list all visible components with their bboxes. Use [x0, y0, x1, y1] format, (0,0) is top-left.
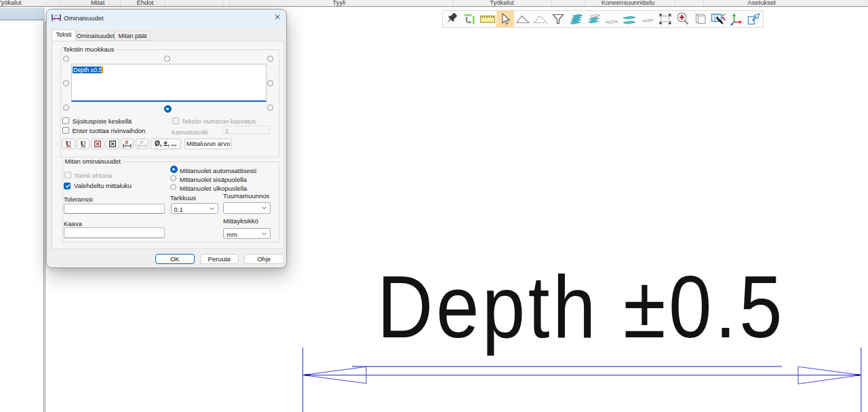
svg-text:#: # [140, 140, 143, 146]
svg-text:#: # [125, 140, 128, 146]
